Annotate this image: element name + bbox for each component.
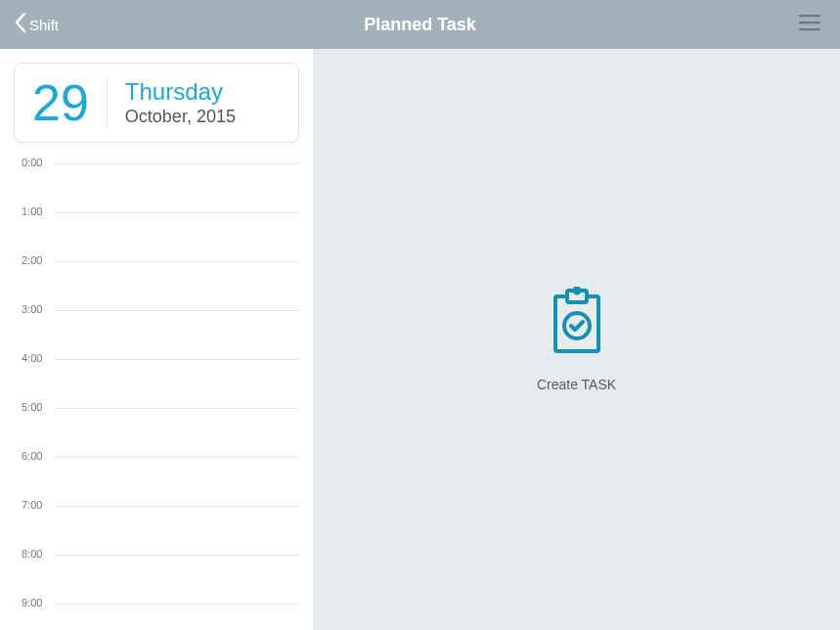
- back-button[interactable]: Shift: [14, 12, 59, 37]
- time-label: 6:00: [22, 450, 49, 462]
- left-panel: 29 Thursday October, 2015 0:00 1:00 2:00…: [0, 49, 313, 630]
- create-task-button[interactable]: Create TASK: [537, 287, 616, 392]
- time-slot: 7:00: [22, 499, 299, 548]
- time-divider: [55, 457, 299, 458]
- time-label: 2:00: [22, 254, 49, 266]
- clipboard-check-icon: [550, 287, 604, 359]
- content-area: 29 Thursday October, 2015 0:00 1:00 2:00…: [0, 49, 840, 630]
- time-divider: [55, 408, 299, 409]
- right-panel: Create TASK: [313, 49, 840, 630]
- page-title: Planned Task: [364, 15, 476, 35]
- time-label: 3:00: [22, 303, 49, 315]
- date-day-name: Thursday: [125, 78, 236, 107]
- time-label: 8:00: [22, 548, 49, 560]
- hamburger-icon: [799, 18, 820, 34]
- time-slot: 6:00: [22, 450, 299, 499]
- time-slot: 0:00: [22, 157, 299, 205]
- time-divider: [55, 604, 299, 605]
- time-label: 4:00: [22, 352, 49, 364]
- time-label: 7:00: [22, 499, 49, 511]
- time-divider: [55, 163, 299, 164]
- time-label: 5:00: [22, 401, 49, 413]
- date-month-year: October, 2015: [125, 107, 236, 127]
- svg-rect-0: [799, 15, 820, 17]
- time-slot: 5:00: [22, 401, 299, 450]
- date-card[interactable]: 29 Thursday October, 2015: [14, 63, 299, 143]
- time-divider: [55, 310, 299, 311]
- svg-rect-3: [555, 296, 598, 351]
- time-label: 0:00: [22, 157, 49, 168]
- time-divider: [55, 506, 299, 507]
- time-divider: [55, 212, 299, 213]
- create-task-label: Create TASK: [537, 377, 616, 392]
- time-slot: 3:00: [22, 303, 299, 352]
- svg-rect-2: [799, 28, 820, 30]
- time-slot: 4:00: [22, 352, 299, 401]
- time-slot: 8:00: [22, 548, 299, 597]
- chevron-left-icon: [14, 12, 27, 37]
- time-divider: [55, 261, 299, 262]
- menu-button[interactable]: [793, 8, 826, 41]
- time-divider: [55, 359, 299, 360]
- time-label: 1:00: [22, 205, 49, 217]
- time-slot: 1:00: [22, 205, 299, 254]
- back-label: Shift: [29, 17, 59, 33]
- date-day-number: 29: [32, 77, 108, 128]
- time-divider: [55, 555, 299, 556]
- header-bar: Shift Planned Task: [0, 0, 840, 49]
- date-text-block: Thursday October, 2015: [108, 78, 236, 127]
- timeline[interactable]: 0:00 1:00 2:00 3:00 4:00 5:00: [14, 157, 299, 630]
- time-label: 9:00: [22, 597, 49, 608]
- svg-rect-1: [799, 22, 820, 23]
- time-slot: 2:00: [22, 254, 299, 303]
- time-slot: 9:00: [22, 597, 299, 630]
